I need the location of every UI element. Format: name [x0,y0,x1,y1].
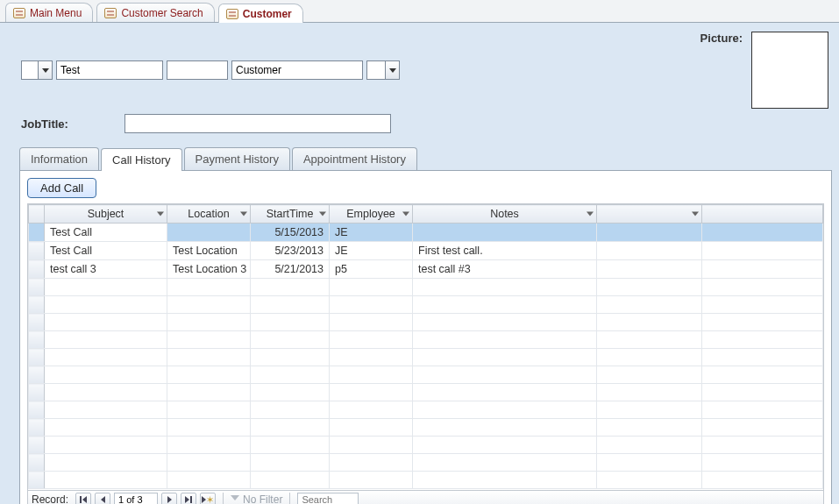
cell-subject[interactable]: Test Call [45,242,167,260]
doc-tab-customer-search[interactable]: Customer Search [96,3,214,22]
cell-subject[interactable] [45,472,167,489]
cell-notes[interactable]: test call #3 [413,260,597,279]
chevron-down-icon[interactable] [587,212,594,217]
cell-subject[interactable] [45,454,167,472]
chevron-down-icon[interactable] [692,212,699,217]
cell-location[interactable] [167,419,251,437]
cell-empty[interactable] [702,437,823,454]
chevron-down-icon[interactable] [240,212,247,217]
doc-tab-customer[interactable]: Customer [218,4,303,23]
last-name-field[interactable] [231,60,363,80]
cell-empty[interactable] [597,242,702,260]
cell-employee[interactable]: JE [330,224,413,242]
cell-start-time[interactable] [251,349,330,366]
table-row[interactable] [29,419,823,437]
cell-empty[interactable] [597,384,702,401]
cell-notes[interactable] [413,454,597,472]
record-position-field[interactable] [114,493,158,504]
col-header-extra[interactable] [702,205,823,224]
row-selector[interactable] [29,331,45,349]
cell-notes[interactable] [413,384,597,401]
cell-subject[interactable] [45,437,167,454]
row-selector[interactable] [29,260,45,279]
cell-empty[interactable] [597,454,702,472]
table-row[interactable] [29,472,823,489]
cell-empty[interactable] [597,419,702,437]
cell-empty[interactable] [597,260,702,279]
cell-empty[interactable] [597,366,702,384]
cell-notes[interactable] [413,349,597,366]
tab-payment-history[interactable]: Payment History [184,147,290,170]
cell-empty[interactable] [702,349,823,366]
add-call-button[interactable]: Add Call [27,178,96,198]
chevron-down-icon[interactable] [319,212,326,217]
cell-subject[interactable] [45,419,167,437]
picture-frame[interactable] [751,32,828,109]
cell-location[interactable]: Test Location 3 [167,260,251,279]
chevron-down-icon[interactable] [39,60,53,80]
cell-subject[interactable] [45,384,167,401]
chevron-down-icon[interactable] [157,212,164,217]
cell-empty[interactable] [702,384,823,401]
col-header-starttime[interactable]: StartTime [251,205,330,224]
cell-employee[interactable] [330,331,413,349]
row-selector[interactable] [29,314,45,331]
cell-empty[interactable] [702,454,823,472]
nav-last-button[interactable] [181,493,196,504]
col-header-notes[interactable]: Notes [413,205,597,224]
row-selector[interactable] [29,296,45,314]
row-selector[interactable] [29,384,45,401]
row-selector[interactable] [29,366,45,384]
cell-employee[interactable]: JE [330,242,413,260]
cell-empty[interactable] [597,437,702,454]
cell-location[interactable] [167,437,251,454]
nav-new-button[interactable]: ✶ [200,493,216,504]
cell-empty[interactable] [702,279,823,296]
row-selector[interactable] [29,437,45,454]
table-row[interactable]: Test Call5/15/2013JE [29,224,823,242]
cell-notes[interactable] [413,314,597,331]
cell-start-time[interactable]: 5/21/2013 [251,260,330,279]
cell-employee[interactable] [330,296,413,314]
table-row[interactable] [29,296,823,314]
cell-location[interactable] [167,314,251,331]
nav-first-button[interactable] [75,493,91,504]
table-row[interactable] [29,454,823,472]
cell-start-time[interactable] [251,331,330,349]
col-header-extra[interactable] [597,205,702,224]
cell-start-time[interactable]: 5/23/2013 [251,242,330,260]
cell-employee[interactable] [330,419,413,437]
cell-empty[interactable] [702,260,823,279]
cell-notes[interactable]: First test call. [413,242,597,260]
doc-tab-main-menu[interactable]: Main Menu [5,3,93,22]
cell-empty[interactable] [702,401,823,419]
cell-notes[interactable] [413,331,597,349]
middle-name-field[interactable] [167,60,228,80]
cell-subject[interactable] [45,366,167,384]
cell-empty[interactable] [597,279,702,296]
tab-appointment-history[interactable]: Appointment History [292,147,417,170]
jobtitle-field[interactable] [124,114,391,133]
cell-notes[interactable] [413,401,597,419]
table-row[interactable] [29,314,823,331]
table-row[interactable] [29,349,823,366]
col-header-employee[interactable]: Employee [330,205,413,224]
cell-empty[interactable] [702,314,823,331]
cell-start-time[interactable] [251,437,330,454]
cell-start-time[interactable] [251,401,330,419]
nav-next-button[interactable] [161,493,177,504]
cell-empty[interactable] [597,472,702,489]
table-row[interactable] [29,384,823,401]
cell-empty[interactable] [597,401,702,419]
cell-subject[interactable]: Test Call [45,224,167,242]
cell-start-time[interactable] [251,472,330,489]
cell-employee[interactable] [330,349,413,366]
cell-subject[interactable] [45,314,167,331]
cell-location[interactable] [167,279,251,296]
cell-start-time[interactable] [251,314,330,331]
cell-location[interactable] [167,224,251,242]
table-row[interactable] [29,437,823,454]
cell-employee[interactable] [330,279,413,296]
cell-subject[interactable] [45,401,167,419]
cell-empty[interactable] [597,296,702,314]
